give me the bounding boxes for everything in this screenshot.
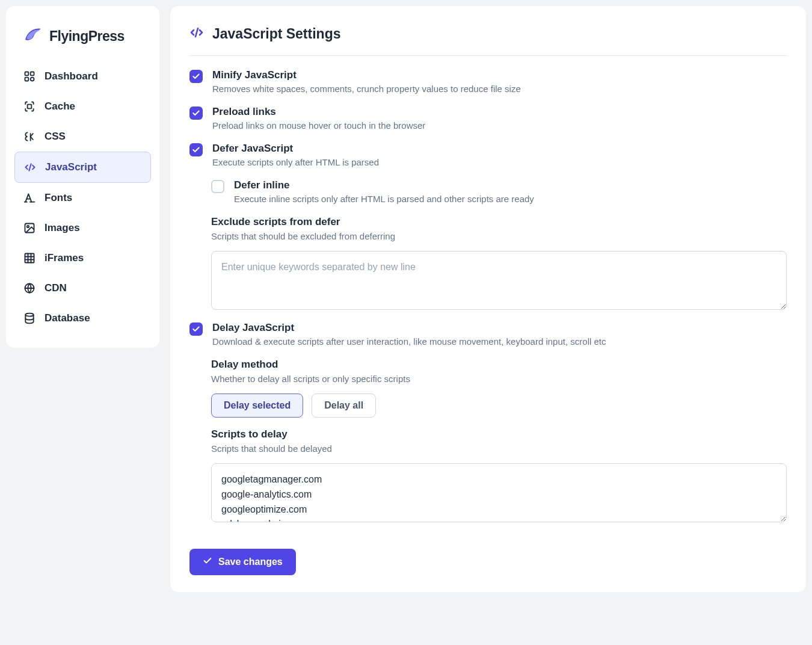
brand-logo: FlyingPress: [14, 24, 151, 61]
cdn-icon: [23, 282, 36, 295]
brand-icon: [22, 24, 43, 48]
setting-desc: Download & execute scripts after user in…: [212, 335, 787, 348]
delay-selected-button[interactable]: Delay selected: [211, 393, 303, 418]
setting-title: Delay JavaScript: [212, 322, 787, 334]
setting-delay-method: Delay method Whether to delay all script…: [211, 359, 787, 418]
sidebar-item-label: Fonts: [45, 192, 72, 204]
checkbox-preload[interactable]: [189, 106, 203, 120]
sidebar: FlyingPress Dashboard Cache CSS JavaScri: [6, 6, 159, 348]
svg-point-18: [25, 313, 33, 316]
sidebar-item-css[interactable]: CSS: [14, 122, 151, 152]
code-icon: [23, 161, 37, 174]
svg-rect-4: [28, 105, 32, 109]
page-title: JavaScript Settings: [212, 26, 340, 42]
cache-icon: [23, 100, 36, 113]
setting-defer-inline: Defer inline Execute inline scripts only…: [211, 179, 787, 205]
setting-desc: Scripts that should be excluded from def…: [211, 230, 787, 242]
checkbox-defer[interactable]: [189, 143, 203, 156]
setting-title: Scripts to delay: [211, 428, 787, 440]
main-panel: JavaScript Settings Minify JavaScript Re…: [170, 6, 806, 592]
svg-line-19: [195, 28, 198, 37]
setting-title: Exclude scripts from defer: [211, 216, 787, 228]
svg-rect-1: [31, 72, 34, 76]
fonts-icon: [23, 191, 36, 205]
exclude-defer-textarea[interactable]: [211, 251, 787, 310]
sidebar-item-label: Images: [45, 222, 80, 234]
svg-rect-2: [25, 78, 29, 81]
svg-point-3: [31, 78, 34, 81]
delay-method-buttons: Delay selected Delay all: [211, 393, 787, 418]
scripts-delay-textarea[interactable]: [211, 463, 787, 522]
setting-desc: Scripts that should be delayed: [211, 442, 787, 455]
delay-all-button[interactable]: Delay all: [312, 393, 376, 418]
sidebar-item-images[interactable]: Images: [14, 213, 151, 243]
sidebar-item-dashboard[interactable]: Dashboard: [14, 61, 151, 91]
setting-defer: Defer JavaScript Execute scripts only af…: [189, 143, 787, 168]
svg-rect-0: [25, 72, 29, 76]
save-button[interactable]: Save changes: [189, 549, 296, 575]
setting-title: Defer JavaScript: [212, 143, 787, 155]
setting-desc: Removes white spaces, comments, crunch p…: [212, 82, 787, 95]
check-icon: [203, 556, 212, 568]
sidebar-item-javascript[interactable]: JavaScript: [14, 152, 151, 183]
svg-line-5: [29, 164, 31, 171]
code-icon: [189, 25, 204, 42]
setting-preload: Preload links Preload links on mouse hov…: [189, 106, 787, 132]
sidebar-item-label: iFrames: [45, 252, 84, 264]
checkbox-defer-inline[interactable]: [211, 180, 224, 193]
checkbox-delay[interactable]: [189, 322, 203, 336]
images-icon: [23, 221, 36, 235]
setting-exclude-defer: Exclude scripts from defer Scripts that …: [211, 216, 787, 312]
sidebar-item-cache[interactable]: Cache: [14, 91, 151, 122]
sidebar-item-database[interactable]: Database: [14, 303, 151, 333]
sidebar-item-label: JavaScript: [45, 161, 97, 173]
setting-title: Minify JavaScript: [212, 69, 787, 81]
svg-point-10: [27, 226, 29, 227]
setting-title: Delay method: [211, 359, 787, 371]
sidebar-item-fonts[interactable]: Fonts: [14, 183, 151, 213]
database-icon: [23, 312, 36, 325]
save-button-label: Save changes: [218, 557, 283, 567]
sidebar-item-label: CSS: [45, 131, 66, 143]
setting-desc: Execute inline scripts only after HTML i…: [234, 193, 787, 205]
setting-title: Preload links: [212, 106, 787, 118]
setting-delay: Delay JavaScript Download & execute scri…: [189, 322, 787, 348]
setting-scripts-delay: Scripts to delay Scripts that should be …: [211, 428, 787, 525]
css-icon: [23, 130, 36, 143]
setting-minify: Minify JavaScript Removes white spaces, …: [189, 69, 787, 95]
sidebar-item-cdn[interactable]: CDN: [14, 273, 151, 303]
page-header: JavaScript Settings: [189, 25, 787, 56]
sidebar-item-label: Cache: [45, 100, 75, 113]
setting-desc: Execute scripts only after HTML is parse…: [212, 156, 787, 168]
iframes-icon: [23, 252, 36, 265]
brand-name: FlyingPress: [49, 28, 125, 45]
sidebar-item-label: Database: [45, 312, 90, 324]
sidebar-item-label: Dashboard: [45, 70, 98, 82]
setting-title: Defer inline: [234, 179, 787, 191]
sidebar-item-label: CDN: [45, 282, 67, 294]
sidebar-item-iframes[interactable]: iFrames: [14, 243, 151, 273]
svg-rect-11: [25, 254, 34, 263]
checkbox-minify[interactable]: [189, 70, 203, 83]
dashboard-icon: [23, 70, 36, 83]
setting-desc: Preload links on mouse hover or touch in…: [212, 119, 787, 132]
setting-desc: Whether to delay all scripts or only spe…: [211, 372, 787, 385]
